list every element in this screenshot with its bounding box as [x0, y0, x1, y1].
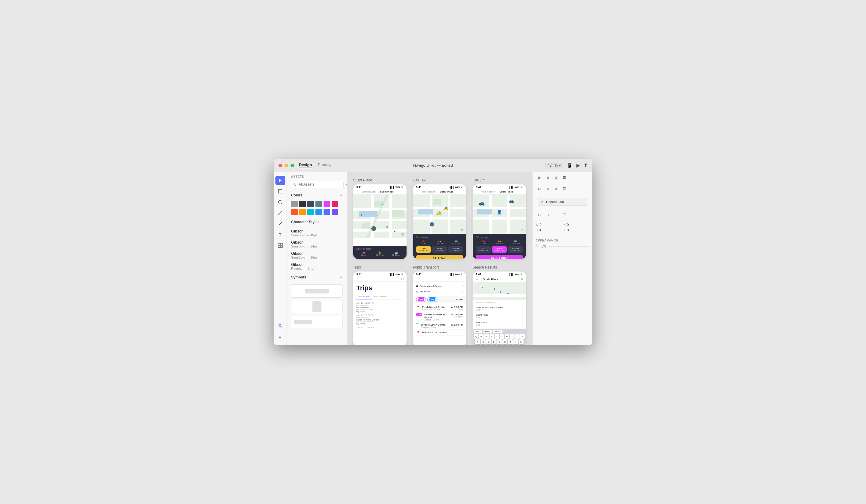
- tab-prototype[interactable]: Prototype: [318, 162, 335, 168]
- color-swatch-gray[interactable]: [291, 201, 298, 207]
- taxi-time-car[interactable]: 🚗 15 min: [416, 239, 431, 244]
- add-color-btn[interactable]: +: [340, 193, 343, 198]
- char-style-16[interactable]: Gibson SemiBold — 16pt: [287, 250, 347, 261]
- lift-time-moto[interactable]: 🛵 18-25 min: [492, 239, 507, 244]
- pt-from-clear[interactable]: +: [461, 284, 463, 288]
- close-btn[interactable]: [278, 164, 282, 167]
- search-input[interactable]: [299, 182, 344, 186]
- lift-option-taxi[interactable]: Taxi 22 min - $5: [476, 246, 491, 253]
- lift-option-autom[interactable]: AutoM 22 min - $5: [508, 246, 523, 253]
- color-swatch-orange[interactable]: [291, 209, 298, 215]
- key-r[interactable]: R: [489, 334, 494, 339]
- ride-option-autom[interactable]: AutoM 22 min - $5: [448, 246, 463, 253]
- taxi-time-bus[interactable]: 🚌 25-30 min: [449, 239, 463, 244]
- color-swatch-indigo[interactable]: [324, 209, 330, 215]
- repeat-grid-btn[interactable]: ⊞ Repeat Grid: [538, 198, 587, 206]
- color-swatch-slate[interactable]: [307, 201, 314, 207]
- key-i[interactable]: I: [510, 334, 514, 339]
- duplicate-btn[interactable]: ⊡: [552, 211, 559, 218]
- tool-arrow[interactable]: [276, 176, 285, 185]
- color-swatch-bluegray[interactable]: [315, 201, 322, 207]
- key-q[interactable]: Q: [474, 334, 478, 339]
- key-p[interactable]: P: [520, 334, 525, 339]
- maximize-btn[interactable]: [290, 164, 294, 167]
- key-k[interactable]: K: [513, 340, 518, 344]
- opacity-checkbox[interactable]: [535, 244, 539, 248]
- key-f[interactable]: F: [492, 340, 497, 344]
- tab-design[interactable]: Design: [299, 162, 312, 168]
- color-swatch-cyan[interactable]: [307, 209, 314, 215]
- device-icon[interactable]: 📱: [567, 162, 573, 168]
- back-btn-trips[interactable]: ←: [356, 277, 359, 280]
- dist-equal-btn[interactable]: ☰: [561, 185, 568, 192]
- lift-option-ridy[interactable]: Ridy 22 min - $5: [492, 246, 507, 253]
- dist-h-btn[interactable]: ⊟: [535, 185, 543, 192]
- sr-result-3[interactable]: Mini Sushi 3 km ›: [476, 320, 523, 328]
- tool-rectangle[interactable]: [276, 186, 285, 196]
- back-btn-lift[interactable]: ←: [476, 190, 479, 193]
- char-style-24[interactable]: Gibson SemiBold — 24pt: [287, 239, 347, 250]
- tool-text[interactable]: T: [276, 230, 285, 239]
- color-swatch-deepviolet[interactable]: [332, 209, 338, 215]
- paste-btn[interactable]: ⊡: [544, 211, 551, 218]
- lift-time-bus[interactable]: 🚌 25-30 min: [509, 239, 523, 244]
- tab-history[interactable]: HISTORY: [356, 294, 372, 299]
- share-icon[interactable]: ⬆: [584, 162, 588, 168]
- key-a[interactable]: A: [475, 340, 480, 344]
- prop-w-value[interactable]: 0: [540, 223, 541, 227]
- pt-to-clear[interactable]: ×: [461, 290, 463, 293]
- taxi-time-moto[interactable]: 🛵 18-25 min: [432, 239, 447, 244]
- gps-icon-taxi[interactable]: ◎: [461, 228, 464, 231]
- char-style-40[interactable]: Gibson SemiBold — 40pt: [287, 227, 347, 239]
- time-opt-bus[interactable]: 🚌 25-30 min: [389, 251, 403, 256]
- key-j[interactable]: J: [508, 340, 513, 344]
- back-btn-taxi[interactable]: ←: [416, 190, 419, 193]
- call-ridy-btn[interactable]: CALL A RIDY: [476, 255, 523, 259]
- filter-icon[interactable]: ⊟: [401, 277, 403, 280]
- tool-search[interactable]: [276, 321, 285, 331]
- align-center-h-btn[interactable]: ⊟: [544, 174, 551, 181]
- ride-option-ridy[interactable]: Ridy 22 min - $5: [432, 246, 447, 253]
- sr-suggest-1[interactable]: Hellii: [474, 330, 482, 333]
- key-s[interactable]: S: [481, 340, 486, 344]
- tool-line[interactable]: [276, 208, 285, 218]
- tool-layers[interactable]: ≡: [276, 332, 285, 342]
- call-taxi-btn[interactable]: CALL TAXI: [416, 255, 463, 259]
- align-right-btn[interactable]: ⊠: [552, 174, 559, 181]
- key-u[interactable]: U: [505, 334, 509, 339]
- canvas-area[interactable]: Sushi Place 9:41 ▌▌▌WiFi🔋 ← Your locatio…: [347, 172, 532, 345]
- add-symbol-btn[interactable]: +: [340, 275, 343, 279]
- assets-search[interactable]: 🔍 ▾: [290, 181, 344, 188]
- color-swatch-amber[interactable]: [299, 209, 306, 215]
- tool-ellipse[interactable]: [276, 197, 285, 207]
- dist-v-btn[interactable]: ⊞: [544, 185, 551, 192]
- copy-btn[interactable]: ⊡: [535, 211, 543, 218]
- lift-time-car[interactable]: 🚗 15 min: [476, 239, 490, 244]
- key-o[interactable]: O: [515, 334, 520, 339]
- opacity-slider[interactable]: [549, 246, 589, 247]
- tool-component[interactable]: [276, 241, 285, 250]
- play-icon[interactable]: ▶: [576, 162, 580, 168]
- back-btn-sushi[interactable]: ←: [356, 190, 359, 193]
- back-btn-sr[interactable]: ←: [476, 277, 479, 281]
- prop-h-value[interactable]: 0: [539, 228, 541, 232]
- key-d[interactable]: D: [486, 340, 491, 344]
- align-justify-btn[interactable]: ☰: [561, 174, 568, 181]
- color-swatch-purple[interactable]: [324, 201, 330, 207]
- sr-result-1[interactable]: View all Sushi restaurants 2 km ›: [476, 305, 523, 312]
- color-swatch-blue[interactable]: [315, 209, 322, 215]
- sr-suggest-3[interactable]: Hellos: [493, 330, 502, 333]
- zoom-control[interactable]: 42.4% ▾: [545, 162, 563, 169]
- tool-pen[interactable]: [276, 219, 285, 229]
- key-h[interactable]: H: [502, 340, 507, 344]
- tab-upcoming[interactable]: UPCOMING: [372, 294, 390, 299]
- time-opt-car[interactable]: 🚗 15 min: [356, 251, 371, 256]
- key-t[interactable]: T: [495, 334, 499, 339]
- key-w[interactable]: W: [479, 334, 484, 339]
- char-style-14[interactable]: Gibson Regular — 14pt: [287, 261, 347, 272]
- gps-icon[interactable]: ◎: [401, 232, 404, 236]
- align-left-btn[interactable]: ⊞: [535, 174, 543, 181]
- ride-option-taxi[interactable]: Taxi 22 min - $5: [416, 246, 431, 253]
- color-swatch-pink[interactable]: [332, 201, 338, 207]
- minimize-btn[interactable]: [285, 164, 288, 167]
